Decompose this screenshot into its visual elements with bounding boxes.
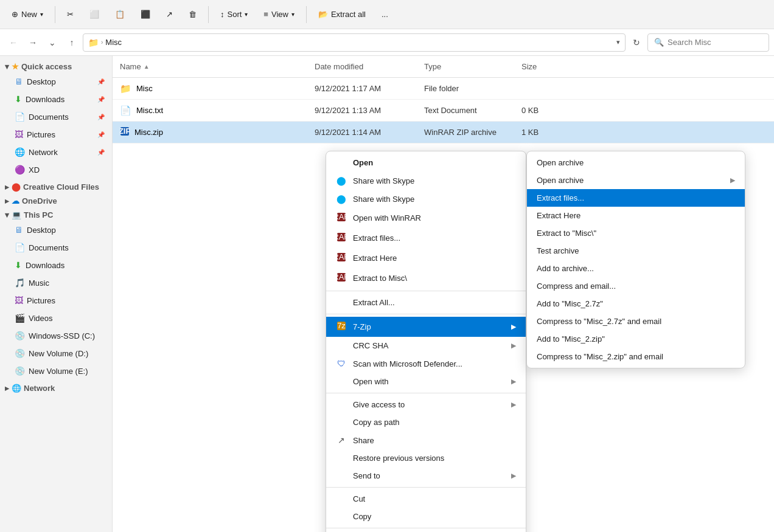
paste-button[interactable]: 📋: [108, 6, 131, 22]
sub-test-archive[interactable]: Test archive: [527, 242, 745, 260]
ctx-extract-to[interactable]: RAR Extract to Misc\: [326, 268, 526, 288]
ctx-share[interactable]: ↗ Share: [326, 431, 526, 449]
col-size-label: Size: [521, 62, 537, 71]
ctx-send-to[interactable]: Send to ▶: [326, 467, 526, 485]
ctx-extract-files[interactable]: RAR Extract files...: [326, 228, 526, 248]
ctx-scan-defender[interactable]: 🛡 Scan with Microsoft Defender...: [326, 354, 526, 373]
sidebar-item-desktop2[interactable]: 🖥 Desktop: [2, 221, 110, 238]
table-row[interactable]: 📄 Misc.txt 9/12/2021 1:13 AM Text Docume…: [113, 100, 774, 122]
network-chevron: ▸: [5, 384, 9, 393]
sidebar-item-documents[interactable]: 📄 Documents 📌: [2, 108, 110, 125]
ctx-7zip[interactable]: 7z 7-Zip ▶: [326, 317, 526, 337]
ctx-open[interactable]: Open: [326, 154, 526, 171]
sub-extract-here[interactable]: Extract Here: [527, 207, 745, 224]
address-path[interactable]: 📁 › Misc ▾: [83, 33, 626, 52]
sub-extract-to-misc[interactable]: Extract to "Misc\": [527, 224, 745, 242]
sidebar-item-new-volume-e[interactable]: 💿 New Volume (E:): [2, 362, 110, 379]
sidebar-windows-ssd-label: Windows-SSD (C:): [29, 331, 105, 340]
sidebar-item-music[interactable]: 🎵 Music: [2, 274, 110, 291]
path-chevron-icon[interactable]: ▾: [616, 38, 620, 46]
ctx-extract-all[interactable]: Extract All...: [326, 294, 526, 311]
view-button[interactable]: ≡ View ▾: [257, 6, 301, 22]
sidebar-section-quick-access[interactable]: ▾ ★ Quick access: [0, 58, 112, 72]
col-header-type[interactable]: Type: [417, 56, 514, 77]
sub-extract-files[interactable]: Extract files...: [527, 189, 745, 207]
ctx-share-skype2[interactable]: ⬤ Share with Skype: [326, 190, 526, 208]
sidebar-item-downloads2[interactable]: ⬇ Downloads: [2, 257, 110, 274]
ctx-restore-versions[interactable]: Restore previous versions: [326, 449, 526, 467]
col-header-name[interactable]: Name ▲: [113, 56, 307, 77]
search-box[interactable]: 🔍: [647, 33, 769, 52]
col-header-date[interactable]: Date modified: [307, 56, 417, 77]
file-type-cell: WinRAR ZIP archive: [417, 122, 514, 143]
delete-button[interactable]: 🗑: [182, 6, 203, 22]
ctx-open-winrar-label: Open with WinRAR: [353, 213, 516, 223]
sidebar-section-network[interactable]: ▸ 🌐 Network: [0, 380, 112, 394]
sidebar-section-this-pc[interactable]: ▾ 💻 This PC: [0, 207, 112, 221]
sub-compress-misc-2-7z-email[interactable]: Compress to "Misc_2.7z" and email: [527, 313, 745, 330]
sidebar-item-new-volume-d[interactable]: 💿 New Volume (D:): [2, 345, 110, 362]
recent-button[interactable]: ⌄: [44, 34, 61, 51]
search-input[interactable]: [668, 38, 762, 47]
sort-icon: ↕: [220, 10, 225, 19]
ctx-copy[interactable]: Copy: [326, 508, 526, 525]
extract-all-button[interactable]: 📂 Extract all: [312, 6, 372, 22]
file-name-cell: ZIP Misc.zip: [113, 122, 307, 143]
ctx-open-with[interactable]: Open with ▶: [326, 373, 526, 390]
sidebar-item-documents2[interactable]: 📄 Documents: [2, 239, 110, 256]
sub-open-archive[interactable]: Open archive: [527, 154, 745, 171]
ctx-crc-sha[interactable]: CRC SHA ▶: [326, 337, 526, 354]
ctx-copy-as-path[interactable]: Copy as path: [326, 413, 526, 431]
back-button[interactable]: ←: [5, 34, 22, 51]
winrar-icon: RAR: [336, 212, 347, 224]
sub-compress-misc-2-zip-email[interactable]: Compress to "Misc_2.zip" and email: [527, 348, 745, 365]
sort-label: Sort: [228, 10, 242, 19]
share-button[interactable]: ↗: [159, 6, 180, 22]
refresh-button[interactable]: ↻: [628, 34, 645, 51]
sidebar-item-videos[interactable]: 🎬 Videos: [2, 309, 110, 326]
ctx-extract-here[interactable]: RAR Extract Here: [326, 248, 526, 268]
sidebar-new-volume-d-label: New Volume (D:): [29, 349, 105, 358]
crc-sha-arrow: ▶: [511, 342, 516, 350]
sub-add-misc-2-7z-label: Add to "Misc_2.7z": [537, 299, 735, 308]
sidebar-section-onedrive[interactable]: ▸ ☁ OneDrive: [0, 193, 112, 207]
sort-button[interactable]: ↕ Sort ▾: [214, 6, 254, 22]
sep2: [208, 6, 209, 23]
col-header-size[interactable]: Size: [514, 56, 575, 77]
ctx-share-skype1[interactable]: ⬤ Share with Skype: [326, 171, 526, 190]
new-volume-e-icon: 💿: [15, 366, 25, 376]
rename-button[interactable]: ⬛: [134, 6, 157, 22]
folder-icon: 📁: [120, 83, 131, 94]
table-row[interactable]: ZIP Misc.zip 9/12/2021 1:14 AM WinRAR ZI…: [113, 122, 774, 143]
more-label: ...: [382, 10, 388, 19]
sidebar-item-network-qa[interactable]: 🌐 Network 📌: [2, 143, 110, 161]
ctx-give-access[interactable]: Give access to ▶: [326, 396, 526, 413]
sub-compress-email[interactable]: Compress and email...: [527, 277, 745, 295]
file-size-cell: [514, 78, 575, 99]
copy-button[interactable]: ⬜: [83, 6, 106, 22]
sidebar-section-creative-cloud[interactable]: ▸ ⬤ Creative Cloud Files: [0, 179, 112, 193]
sidebar-item-pictures2[interactable]: 🖼 Pictures: [2, 292, 110, 309]
sidebar-videos-label: Videos: [29, 314, 105, 323]
new-button[interactable]: ⊕ New ▾: [5, 6, 50, 22]
svg-text:RAR: RAR: [336, 252, 346, 261]
submenu-wrapper: Open archive Open archive ▶ Extract file…: [526, 151, 745, 368]
sidebar-item-windows-ssd[interactable]: 💿 Windows-SSD (C:): [2, 327, 110, 344]
ctx-cut[interactable]: Cut: [326, 490, 526, 508]
sub-open-archive2[interactable]: Open archive ▶: [527, 171, 745, 189]
sidebar-item-downloads[interactable]: ⬇ Downloads 📌: [2, 91, 110, 108]
sidebar-item-pictures[interactable]: 🖼 Pictures 📌: [2, 126, 110, 143]
up-button[interactable]: ↑: [63, 34, 80, 51]
context-menu-wrapper: Open ⬤ Share with Skype ⬤ Share with Sky…: [326, 151, 526, 532]
forward-button[interactable]: →: [24, 34, 41, 51]
sub-add-misc-2-zip[interactable]: Add to "Misc_2.zip": [527, 330, 745, 348]
ctx-open-winrar[interactable]: RAR Open with WinRAR: [326, 208, 526, 228]
sidebar-item-xd[interactable]: 🟣 XD: [2, 161, 110, 178]
cut-button[interactable]: ✂: [60, 6, 80, 22]
ctx-restore-label: Restore previous versions: [353, 454, 516, 463]
more-button[interactable]: ...: [375, 6, 395, 22]
sidebar-item-desktop[interactable]: 🖥 Desktop 📌: [2, 73, 110, 90]
table-row[interactable]: 📁 Misc 9/12/2021 1:17 AM File folder: [113, 78, 774, 100]
sub-add-to-archive[interactable]: Add to archive...: [527, 260, 745, 277]
sub-add-misc-2-7z[interactable]: Add to "Misc_2.7z": [527, 295, 745, 313]
